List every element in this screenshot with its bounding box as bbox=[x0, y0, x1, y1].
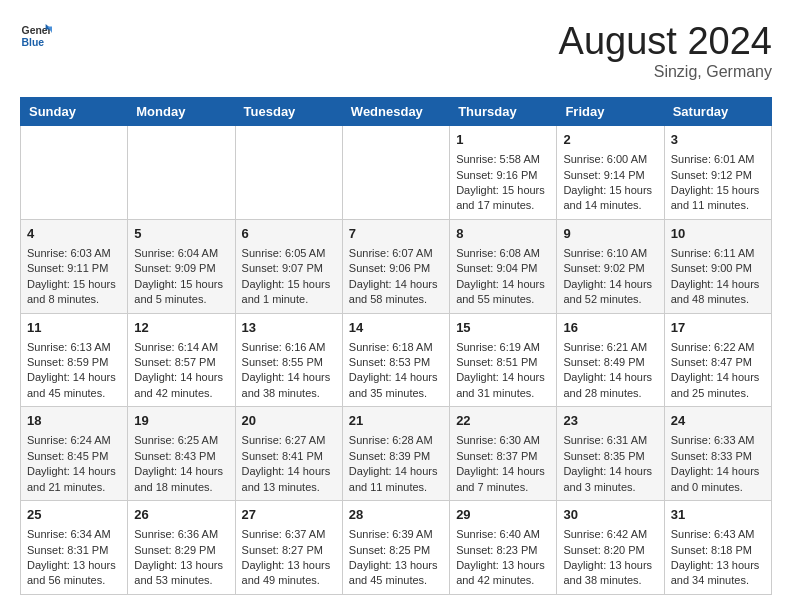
sunrise-text: Sunrise: 5:58 AM bbox=[456, 152, 550, 167]
cell-content: 18Sunrise: 6:24 AMSunset: 8:45 PMDayligh… bbox=[27, 412, 121, 495]
sunset-text: Sunset: 8:31 PM bbox=[27, 543, 121, 558]
weekday-header-thursday: Thursday bbox=[450, 98, 557, 126]
sunrise-text: Sunrise: 6:11 AM bbox=[671, 246, 765, 261]
day-number: 11 bbox=[27, 319, 121, 337]
sunrise-text: Sunrise: 6:42 AM bbox=[563, 527, 657, 542]
sunrise-text: Sunrise: 6:37 AM bbox=[242, 527, 336, 542]
calendar-cell: 15Sunrise: 6:19 AMSunset: 8:51 PMDayligh… bbox=[450, 313, 557, 407]
day-number: 9 bbox=[563, 225, 657, 243]
week-row-5: 25Sunrise: 6:34 AMSunset: 8:31 PMDayligh… bbox=[21, 501, 772, 595]
day-number: 6 bbox=[242, 225, 336, 243]
daylight-text: Daylight: 13 hours and 34 minutes. bbox=[671, 558, 765, 589]
sunrise-text: Sunrise: 6:33 AM bbox=[671, 433, 765, 448]
daylight-text: Daylight: 15 hours and 5 minutes. bbox=[134, 277, 228, 308]
title-area: August 2024 Sinzig, Germany bbox=[559, 20, 772, 81]
sunrise-text: Sunrise: 6:10 AM bbox=[563, 246, 657, 261]
weekday-header-tuesday: Tuesday bbox=[235, 98, 342, 126]
cell-content: 30Sunrise: 6:42 AMSunset: 8:20 PMDayligh… bbox=[563, 506, 657, 589]
sunset-text: Sunset: 8:43 PM bbox=[134, 449, 228, 464]
sunset-text: Sunset: 9:12 PM bbox=[671, 168, 765, 183]
day-number: 1 bbox=[456, 131, 550, 149]
daylight-text: Daylight: 14 hours and 38 minutes. bbox=[242, 370, 336, 401]
daylight-text: Daylight: 14 hours and 11 minutes. bbox=[349, 464, 443, 495]
cell-content: 3Sunrise: 6:01 AMSunset: 9:12 PMDaylight… bbox=[671, 131, 765, 214]
daylight-text: Daylight: 13 hours and 45 minutes. bbox=[349, 558, 443, 589]
sunset-text: Sunset: 8:29 PM bbox=[134, 543, 228, 558]
sunrise-text: Sunrise: 6:21 AM bbox=[563, 340, 657, 355]
day-number: 22 bbox=[456, 412, 550, 430]
location: Sinzig, Germany bbox=[559, 63, 772, 81]
day-number: 10 bbox=[671, 225, 765, 243]
cell-content: 20Sunrise: 6:27 AMSunset: 8:41 PMDayligh… bbox=[242, 412, 336, 495]
daylight-text: Daylight: 14 hours and 0 minutes. bbox=[671, 464, 765, 495]
cell-content: 5Sunrise: 6:04 AMSunset: 9:09 PMDaylight… bbox=[134, 225, 228, 308]
day-number: 15 bbox=[456, 319, 550, 337]
sunset-text: Sunset: 8:27 PM bbox=[242, 543, 336, 558]
cell-content: 11Sunrise: 6:13 AMSunset: 8:59 PMDayligh… bbox=[27, 319, 121, 402]
sunrise-text: Sunrise: 6:14 AM bbox=[134, 340, 228, 355]
cell-content: 12Sunrise: 6:14 AMSunset: 8:57 PMDayligh… bbox=[134, 319, 228, 402]
sunset-text: Sunset: 8:33 PM bbox=[671, 449, 765, 464]
cell-content: 29Sunrise: 6:40 AMSunset: 8:23 PMDayligh… bbox=[456, 506, 550, 589]
cell-content: 8Sunrise: 6:08 AMSunset: 9:04 PMDaylight… bbox=[456, 225, 550, 308]
weekday-header-wednesday: Wednesday bbox=[342, 98, 449, 126]
daylight-text: Daylight: 15 hours and 8 minutes. bbox=[27, 277, 121, 308]
calendar-cell: 11Sunrise: 6:13 AMSunset: 8:59 PMDayligh… bbox=[21, 313, 128, 407]
sunset-text: Sunset: 9:11 PM bbox=[27, 261, 121, 276]
cell-content: 7Sunrise: 6:07 AMSunset: 9:06 PMDaylight… bbox=[349, 225, 443, 308]
svg-text:Blue: Blue bbox=[22, 37, 45, 48]
calendar-cell: 20Sunrise: 6:27 AMSunset: 8:41 PMDayligh… bbox=[235, 407, 342, 501]
calendar-cell: 22Sunrise: 6:30 AMSunset: 8:37 PMDayligh… bbox=[450, 407, 557, 501]
day-number: 24 bbox=[671, 412, 765, 430]
sunrise-text: Sunrise: 6:25 AM bbox=[134, 433, 228, 448]
sunset-text: Sunset: 8:57 PM bbox=[134, 355, 228, 370]
day-number: 17 bbox=[671, 319, 765, 337]
cell-content: 6Sunrise: 6:05 AMSunset: 9:07 PMDaylight… bbox=[242, 225, 336, 308]
week-row-1: 1Sunrise: 5:58 AMSunset: 9:16 PMDaylight… bbox=[21, 126, 772, 220]
cell-content: 24Sunrise: 6:33 AMSunset: 8:33 PMDayligh… bbox=[671, 412, 765, 495]
cell-content: 27Sunrise: 6:37 AMSunset: 8:27 PMDayligh… bbox=[242, 506, 336, 589]
calendar-cell: 16Sunrise: 6:21 AMSunset: 8:49 PMDayligh… bbox=[557, 313, 664, 407]
daylight-text: Daylight: 14 hours and 55 minutes. bbox=[456, 277, 550, 308]
calendar-cell: 7Sunrise: 6:07 AMSunset: 9:06 PMDaylight… bbox=[342, 219, 449, 313]
day-number: 14 bbox=[349, 319, 443, 337]
daylight-text: Daylight: 14 hours and 7 minutes. bbox=[456, 464, 550, 495]
weekday-header-row: SundayMondayTuesdayWednesdayThursdayFrid… bbox=[21, 98, 772, 126]
calendar-cell: 31Sunrise: 6:43 AMSunset: 8:18 PMDayligh… bbox=[664, 501, 771, 595]
sunrise-text: Sunrise: 6:30 AM bbox=[456, 433, 550, 448]
day-number: 23 bbox=[563, 412, 657, 430]
daylight-text: Daylight: 14 hours and 18 minutes. bbox=[134, 464, 228, 495]
cell-content: 13Sunrise: 6:16 AMSunset: 8:55 PMDayligh… bbox=[242, 319, 336, 402]
weekday-header-sunday: Sunday bbox=[21, 98, 128, 126]
cell-content: 10Sunrise: 6:11 AMSunset: 9:00 PMDayligh… bbox=[671, 225, 765, 308]
calendar-cell: 1Sunrise: 5:58 AMSunset: 9:16 PMDaylight… bbox=[450, 126, 557, 220]
daylight-text: Daylight: 15 hours and 17 minutes. bbox=[456, 183, 550, 214]
calendar-cell bbox=[21, 126, 128, 220]
sunrise-text: Sunrise: 6:08 AM bbox=[456, 246, 550, 261]
sunset-text: Sunset: 8:20 PM bbox=[563, 543, 657, 558]
sunset-text: Sunset: 9:14 PM bbox=[563, 168, 657, 183]
day-number: 16 bbox=[563, 319, 657, 337]
sunrise-text: Sunrise: 6:13 AM bbox=[27, 340, 121, 355]
calendar-cell: 6Sunrise: 6:05 AMSunset: 9:07 PMDaylight… bbox=[235, 219, 342, 313]
daylight-text: Daylight: 14 hours and 21 minutes. bbox=[27, 464, 121, 495]
month-title: August 2024 bbox=[559, 20, 772, 63]
cell-content: 26Sunrise: 6:36 AMSunset: 8:29 PMDayligh… bbox=[134, 506, 228, 589]
cell-content: 28Sunrise: 6:39 AMSunset: 8:25 PMDayligh… bbox=[349, 506, 443, 589]
cell-content: 15Sunrise: 6:19 AMSunset: 8:51 PMDayligh… bbox=[456, 319, 550, 402]
calendar-cell: 28Sunrise: 6:39 AMSunset: 8:25 PMDayligh… bbox=[342, 501, 449, 595]
sunset-text: Sunset: 8:25 PM bbox=[349, 543, 443, 558]
daylight-text: Daylight: 14 hours and 13 minutes. bbox=[242, 464, 336, 495]
day-number: 25 bbox=[27, 506, 121, 524]
daylight-text: Daylight: 13 hours and 38 minutes. bbox=[563, 558, 657, 589]
weekday-header-friday: Friday bbox=[557, 98, 664, 126]
daylight-text: Daylight: 14 hours and 3 minutes. bbox=[563, 464, 657, 495]
day-number: 21 bbox=[349, 412, 443, 430]
calendar-cell: 17Sunrise: 6:22 AMSunset: 8:47 PMDayligh… bbox=[664, 313, 771, 407]
day-number: 20 bbox=[242, 412, 336, 430]
daylight-text: Daylight: 14 hours and 42 minutes. bbox=[134, 370, 228, 401]
cell-content: 21Sunrise: 6:28 AMSunset: 8:39 PMDayligh… bbox=[349, 412, 443, 495]
calendar-cell: 12Sunrise: 6:14 AMSunset: 8:57 PMDayligh… bbox=[128, 313, 235, 407]
calendar-cell bbox=[128, 126, 235, 220]
day-number: 7 bbox=[349, 225, 443, 243]
